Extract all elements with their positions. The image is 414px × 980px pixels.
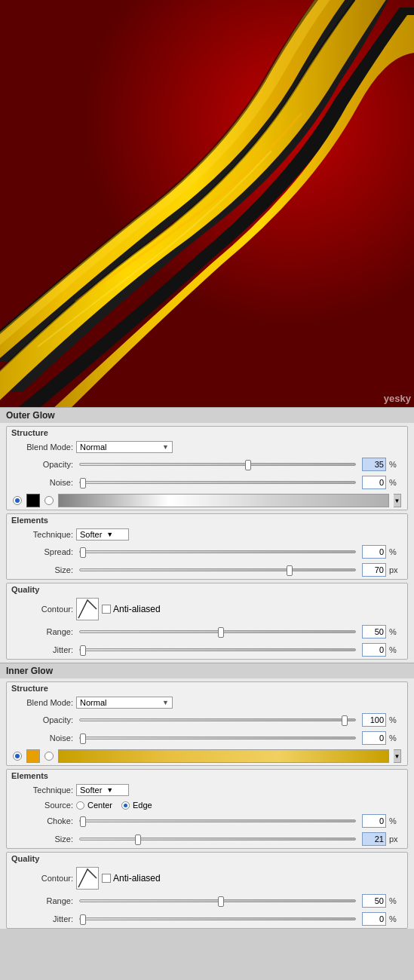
outer-glow-noise-unit: % bbox=[389, 478, 401, 487]
outer-glow-noise-thumb[interactable] bbox=[80, 478, 86, 488]
inner-glow-contour-preview[interactable] bbox=[76, 867, 99, 890]
inner-glow-range-thumb[interactable] bbox=[218, 896, 224, 907]
inner-glow-choke-input[interactable] bbox=[362, 814, 386, 828]
inner-glow-range-input[interactable] bbox=[362, 894, 386, 908]
outer-glow-size-label: Size: bbox=[13, 565, 73, 574]
outer-glow-black-swatch[interactable] bbox=[26, 494, 40, 507]
inner-glow-noise-slider[interactable] bbox=[79, 737, 356, 740]
inner-glow-noise-thumb[interactable] bbox=[80, 733, 86, 744]
technique-dropdown-arrow-icon: ▼ bbox=[106, 531, 113, 538]
inner-glow-contour-row: Contour: Anti-aliased bbox=[7, 865, 407, 892]
outer-glow-opacity-input[interactable] bbox=[362, 458, 386, 471]
outer-glow-range-input[interactable] bbox=[362, 625, 386, 639]
outer-glow-noise-slider[interactable] bbox=[79, 481, 356, 484]
outer-glow-gradient-arrow[interactable]: ▼ bbox=[394, 494, 401, 507]
outer-glow-spread-thumb[interactable] bbox=[80, 547, 86, 558]
outer-glow-range-unit: % bbox=[389, 627, 401, 636]
inner-glow-technique-dropdown[interactable]: Softer ▼ bbox=[76, 784, 129, 796]
outer-glow-technique-row: Technique: Softer ▼ bbox=[7, 526, 407, 543]
inner-glow-blend-mode-row: Blend Mode: Normal ▼ bbox=[7, 694, 407, 711]
outer-glow-range-slider[interactable] bbox=[79, 630, 356, 633]
outer-glow-gradient-radio[interactable] bbox=[44, 496, 54, 505]
inner-glow-opacity-label: Opacity: bbox=[13, 715, 73, 724]
outer-glow-technique-label: Technique: bbox=[13, 530, 73, 539]
outer-glow-technique-dropdown[interactable]: Softer ▼ bbox=[76, 528, 129, 541]
inner-glow-edge-label: Edge bbox=[133, 801, 152, 810]
outer-glow-gradient-preview[interactable] bbox=[58, 494, 389, 507]
inner-glow-size-slider[interactable] bbox=[79, 838, 356, 841]
outer-glow-range-label: Range: bbox=[13, 627, 73, 636]
inner-glow-antialias-checkbox[interactable] bbox=[102, 874, 111, 883]
inner-glow-gradient-preview[interactable] bbox=[58, 749, 389, 763]
inner-glow-size-input[interactable] bbox=[362, 832, 386, 846]
inner-glow-header: Inner Glow bbox=[0, 663, 414, 678]
inner-glow-noise-input[interactable] bbox=[362, 731, 386, 745]
outer-glow-contour-preview[interactable] bbox=[76, 598, 99, 620]
inner-glow-range-unit: % bbox=[389, 896, 401, 905]
inner-glow-jitter-slider[interactable] bbox=[79, 917, 356, 920]
outer-glow-jitter-unit: % bbox=[389, 645, 401, 654]
outer-glow-blend-mode-dropdown[interactable]: Normal ▼ bbox=[76, 441, 173, 453]
inner-glow-opacity-thumb[interactable] bbox=[342, 715, 348, 726]
outer-glow-technique-value: Softer bbox=[80, 530, 102, 539]
inner-glow-quality-label: Quality bbox=[7, 853, 407, 865]
inner-glow-technique-row: Technique: Softer ▼ bbox=[7, 782, 407, 798]
inner-glow-choke-unit: % bbox=[389, 816, 401, 825]
inner-glow-opacity-input[interactable] bbox=[362, 713, 386, 727]
outer-glow-blend-mode-value: Normal bbox=[80, 443, 106, 452]
inner-glow-blend-arrow-icon: ▼ bbox=[162, 699, 169, 706]
outer-glow-opacity-thumb[interactable] bbox=[245, 460, 251, 470]
inner-glow-quality: Quality Contour: Anti-aliased Range: % bbox=[6, 852, 408, 929]
outer-glow-noise-input[interactable] bbox=[362, 476, 386, 489]
inner-glow-jitter-unit: % bbox=[389, 914, 401, 923]
inner-glow-source-label: Source: bbox=[13, 801, 73, 810]
outer-glow-range-thumb[interactable] bbox=[218, 627, 224, 638]
outer-glow-noise-row: Noise: % bbox=[7, 473, 407, 492]
inner-glow-structure: Structure Blend Mode: Normal ▼ Opacity: … bbox=[6, 681, 408, 766]
canvas: yesky bbox=[0, 0, 414, 407]
inner-glow-technique-arrow-icon: ▼ bbox=[106, 786, 113, 794]
inner-glow-color-radio[interactable] bbox=[13, 752, 22, 761]
inner-glow-choke-label: Choke: bbox=[13, 816, 73, 825]
inner-glow-size-thumb[interactable] bbox=[135, 835, 141, 845]
inner-glow-technique-value: Softer bbox=[80, 786, 102, 795]
inner-glow-color-row: ▼ bbox=[7, 747, 407, 765]
inner-glow-noise-label: Noise: bbox=[13, 733, 73, 743]
panel-area: Outer Glow Structure Blend Mode: Normal … bbox=[0, 407, 414, 929]
inner-glow-blend-mode-dropdown[interactable]: Normal ▼ bbox=[76, 697, 173, 709]
outer-glow-jitter-slider[interactable] bbox=[79, 648, 356, 651]
inner-glow-center-radio[interactable] bbox=[76, 801, 84, 810]
inner-glow-size-label: Size: bbox=[13, 835, 73, 844]
inner-glow-blend-mode-value: Normal bbox=[80, 698, 106, 707]
inner-glow-choke-row: Choke: % bbox=[7, 812, 407, 830]
outer-glow-opacity-slider[interactable] bbox=[79, 463, 356, 466]
outer-glow-size-thumb[interactable] bbox=[287, 565, 293, 576]
inner-glow-edge-radio[interactable] bbox=[121, 801, 130, 810]
inner-glow-contour-label: Contour: bbox=[13, 874, 73, 883]
outer-glow-size-slider[interactable] bbox=[79, 568, 356, 571]
outer-glow-antialias-wrap[interactable]: Anti-aliased bbox=[102, 604, 161, 614]
inner-glow-antialias-wrap[interactable]: Anti-aliased bbox=[102, 873, 161, 884]
outer-glow-color-radio[interactable] bbox=[13, 496, 22, 505]
outer-glow-antialias-label: Anti-aliased bbox=[113, 604, 161, 614]
outer-glow-jitter-thumb[interactable] bbox=[80, 645, 86, 656]
outer-glow-size-input[interactable] bbox=[362, 563, 386, 577]
outer-glow-jitter-input[interactable] bbox=[362, 643, 386, 657]
inner-glow-noise-unit: % bbox=[389, 733, 401, 743]
inner-glow-orange-swatch[interactable] bbox=[26, 749, 40, 763]
inner-glow-opacity-slider[interactable] bbox=[79, 718, 356, 721]
outer-glow-spread-slider[interactable] bbox=[79, 550, 356, 553]
inner-glow-gradient-radio[interactable] bbox=[44, 752, 54, 761]
outer-glow-antialias-checkbox[interactable] bbox=[102, 605, 111, 614]
inner-glow-range-slider[interactable] bbox=[79, 899, 356, 902]
inner-glow-choke-slider[interactable] bbox=[79, 819, 356, 822]
outer-glow-color-row: ▼ bbox=[7, 492, 407, 510]
inner-glow-range-label: Range: bbox=[13, 896, 73, 905]
inner-glow-choke-thumb[interactable] bbox=[80, 816, 86, 827]
inner-glow-jitter-thumb[interactable] bbox=[80, 914, 86, 925]
inner-glow-gradient-arrow[interactable]: ▼ bbox=[394, 749, 401, 763]
outer-glow-spread-input[interactable] bbox=[362, 545, 386, 559]
outer-glow-elements-label: Elements bbox=[7, 514, 407, 526]
outer-glow-size-unit: px bbox=[389, 565, 401, 574]
inner-glow-jitter-input[interactable] bbox=[362, 912, 386, 926]
